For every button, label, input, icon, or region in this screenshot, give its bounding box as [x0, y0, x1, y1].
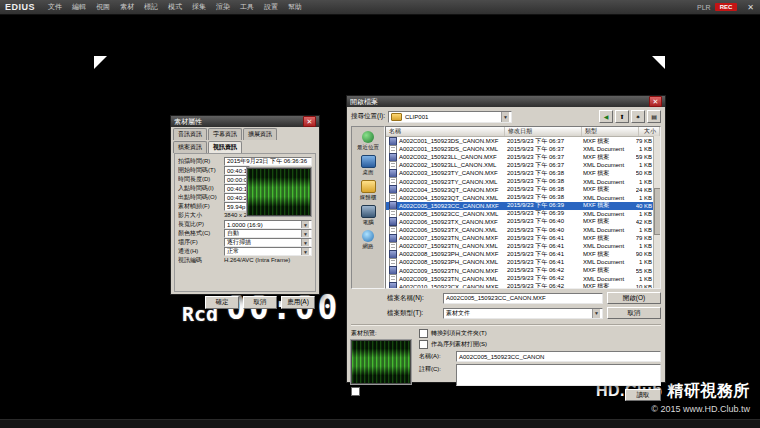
menu-item-7[interactable]: 渲染 [211, 0, 235, 14]
menu-item-8[interactable]: 工具 [235, 0, 259, 14]
close-icon[interactable]: ✕ [303, 116, 316, 127]
transfer-checkbox-row[interactable]: 轉換到項目文件夾(T) [419, 329, 661, 338]
property-value[interactable]: 逐行掃描▼ [224, 238, 312, 247]
comment-field[interactable] [456, 364, 661, 386]
checkbox-icon[interactable] [419, 340, 428, 349]
open-dialog-title: 開啟檔案 [350, 97, 649, 107]
file-type-cell: MXF 檔案 [580, 169, 636, 178]
checkbox-icon[interactable] [351, 387, 360, 396]
property-row: 拍攝時間(R)2015年9月23日 下午 06:36:36 [178, 157, 312, 166]
menu-item-10[interactable]: 幫助 [283, 0, 307, 14]
chevron-down-icon[interactable]: ▼ [301, 239, 309, 246]
file-name: A002C010_150923CX_CANON.MXF [399, 284, 498, 289]
preview-label: 素材預覽: [351, 329, 413, 338]
lookin-combobox[interactable]: CLIP001 ▼ [388, 111, 512, 123]
watermark-line2: © 2015 www.HD.Club.tw [596, 404, 750, 414]
place-label: 媒體櫃 [360, 194, 377, 201]
file-type-cell: MXF 檔案 [580, 266, 636, 275]
column-header-3[interactable]: 大小 [639, 127, 660, 136]
file-name: A002C006_150923TX_CANON.XML [399, 227, 497, 233]
menu-item-1[interactable]: 編輯 [67, 0, 91, 14]
file-name: A002C002_150923LL_CANON.XML [399, 162, 496, 168]
close-icon[interactable]: ✕ [649, 96, 662, 107]
plr-indicator[interactable]: PLR [693, 4, 715, 11]
place-recent[interactable]: 最近位置 [352, 130, 384, 152]
file-type-cell: MXF 檔案 [580, 185, 636, 194]
window-close-icon[interactable]: ✕ [741, 3, 760, 12]
column-header-2[interactable]: 類型 [582, 127, 639, 136]
menu-item-3[interactable]: 素材 [115, 0, 139, 14]
place-network[interactable]: 網路 [352, 229, 384, 251]
open-dialog-titlebar[interactable]: 開啟檔案 ✕ [347, 96, 665, 107]
filename-label: 檔案名稱(N): [387, 294, 439, 303]
property-value[interactable]: 1.0000 (16:9)▼ [224, 220, 312, 229]
safe-area-marker-right [652, 56, 665, 69]
properties-buttons: 確定取消應用(A) [171, 296, 315, 309]
properties-button-0[interactable]: 確定 [205, 296, 239, 309]
chevron-down-icon[interactable]: ▼ [592, 309, 600, 318]
filename-input[interactable] [443, 293, 603, 304]
tab-字幕資訊[interactable]: 字幕資訊 [208, 128, 242, 140]
clip-properties-title: 素材屬性 [174, 117, 303, 127]
file-name: A002C008_150923PH_CANON.MXF [399, 251, 498, 257]
filetype-value: 素材文件 [446, 309, 470, 318]
file-name: A002C001_150923DS_CANON.XML [399, 146, 498, 152]
chevron-down-icon[interactable]: ▼ [301, 230, 309, 237]
status-bar [0, 419, 760, 428]
tab-音訊資訊[interactable]: 音訊資訊 [173, 128, 207, 140]
view-menu-icon[interactable]: ▤ [647, 110, 661, 123]
lookin-label: 搜尋位置(I): [351, 112, 385, 121]
filetype-select[interactable]: 素材文件 ▼ [443, 308, 603, 319]
chevron-down-icon[interactable]: ▼ [501, 112, 509, 122]
place-library[interactable]: 媒體櫃 [352, 179, 384, 202]
place-desktop[interactable]: 桌面 [352, 154, 384, 177]
property-value[interactable]: 自動▼ [224, 229, 312, 238]
menu-item-6[interactable]: 採集 [187, 0, 211, 14]
column-header-0[interactable]: 名稱 [386, 127, 505, 136]
up-folder-icon[interactable]: ⬆ [615, 110, 629, 123]
file-row[interactable]: A002C010_150923CX_CANON.MXF2015/9/23 下午 … [386, 283, 660, 289]
file-type-cell: XML Document [580, 179, 636, 185]
cancel-button[interactable]: 取消 [607, 307, 661, 319]
menu-item-4[interactable]: 標記 [139, 0, 163, 14]
desktop-icon [361, 155, 376, 168]
lookin-value: CLIP001 [405, 114, 428, 120]
menu-item-9[interactable]: 設置 [259, 0, 283, 14]
menu-item-2[interactable]: 視圖 [91, 0, 115, 14]
open-button[interactable]: 開啟(O) [607, 292, 661, 304]
properties-button-1[interactable]: 取消 [243, 296, 277, 309]
properties-button-2[interactable]: 應用(A) [281, 296, 315, 309]
clip-properties-titlebar[interactable]: 素材屬性 ✕ [171, 116, 319, 127]
property-label: 出點時間碼(O) [178, 193, 224, 202]
back-icon[interactable]: ◀ [599, 110, 613, 123]
tab-檔案資訊[interactable]: 檔案資訊 [173, 141, 207, 153]
property-label: 長寬比(P) [178, 220, 224, 229]
new-folder-icon[interactable]: ✶ [631, 110, 645, 123]
chevron-down-icon[interactable]: ▼ [301, 248, 309, 255]
open-bottom-section: 素材預覽: 顯示聲音波形(W) 轉換到項目文件夾(T) 作為序列素材打開(S) … [351, 329, 661, 401]
place-computer[interactable]: 電腦 [352, 204, 384, 227]
file-type-cell: MXF 檔案 [580, 282, 636, 289]
file-type-cell: XML Document [580, 227, 636, 233]
network-icon [362, 230, 374, 242]
property-value[interactable]: 2015年9月23日 下午 06:36:36 [224, 157, 312, 166]
checkbox-icon[interactable] [419, 329, 428, 338]
column-header-1[interactable]: 修改日期 [505, 127, 582, 136]
scrollbar-thumb[interactable] [654, 188, 661, 236]
clipname-field[interactable]: A002C005_150923CC_CANON [456, 351, 661, 362]
library-icon [361, 180, 376, 193]
sequence-checkbox-row[interactable]: 作為序列素材打開(S) [419, 340, 661, 349]
tab-視訊資訊[interactable]: 視訊資訊 [208, 141, 242, 153]
vertical-scrollbar[interactable] [653, 136, 660, 288]
chevron-down-icon[interactable]: ▼ [301, 221, 309, 228]
rec-indicator[interactable]: REC [715, 3, 738, 11]
property-value[interactable]: 正常▼ [224, 247, 312, 256]
file-type-cell: XML Document [580, 146, 636, 152]
menu-item-0[interactable]: 文件 [43, 0, 67, 14]
show-waveform-checkbox-row[interactable]: 顯示聲音波形(W) [351, 387, 413, 396]
file-name: A002C007_150923TN_CANON.XML [399, 243, 498, 249]
tab-擴展資訊[interactable]: 擴展資訊 [243, 128, 277, 140]
file-type-cell: MXF 檔案 [580, 250, 636, 259]
menu-item-5[interactable]: 模式 [163, 0, 187, 14]
load-button[interactable]: 讀取 [625, 389, 661, 401]
